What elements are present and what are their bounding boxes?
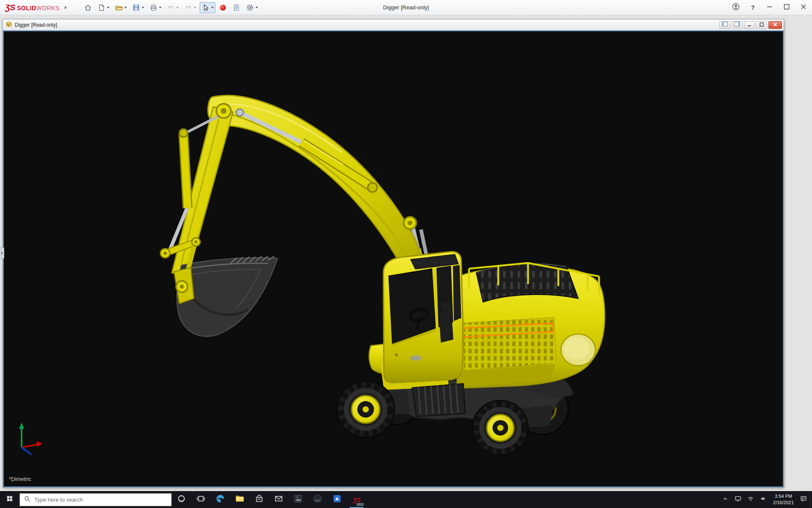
gear-icon: [246, 3, 254, 12]
clock-date: 2/16/2021: [773, 500, 794, 506]
wheel-rear[interactable]: [473, 400, 528, 455]
start-button[interactable]: [0, 491, 19, 508]
pane-left-icon: [721, 21, 728, 29]
body-deck[interactable]: [457, 263, 605, 388]
store-icon: [255, 494, 264, 505]
chevron-down-icon[interactable]: [124, 7, 127, 8]
pane-left-button[interactable]: [719, 21, 730, 29]
volume-tray-button[interactable]: [757, 491, 770, 508]
standard-toolbar: [81, 2, 261, 13]
maximize-icon: [759, 21, 764, 29]
search-icon: [24, 495, 31, 504]
document-titlebar[interactable]: Digger [Read-only]: [3, 19, 784, 30]
mail-icon: [274, 494, 283, 505]
minimize-icon: [766, 3, 774, 12]
featuremanager-flyout-tab[interactable]: [0, 247, 4, 259]
options-button[interactable]: [244, 2, 260, 13]
red-sphere-button[interactable]: [217, 2, 229, 13]
taskbar-app-mail[interactable]: [269, 491, 288, 508]
minimize-icon: [747, 21, 752, 29]
close-icon: [800, 3, 807, 12]
chevron-down-icon[interactable]: [176, 7, 179, 8]
taskbar-app-edge[interactable]: [211, 491, 230, 508]
chevron-down-icon[interactable]: [159, 7, 162, 8]
close-button[interactable]: [795, 0, 812, 15]
solidworks-app-icon: ƷS: [352, 497, 360, 503]
save-button[interactable]: [130, 2, 146, 13]
taskbar: ƷS 2021 3:54 PM 2/16/2021: [0, 491, 812, 508]
taskbar-app-store[interactable]: [250, 491, 269, 508]
show-desktop-button[interactable]: [810, 491, 812, 508]
select-cursor-icon: [201, 3, 210, 12]
step-box[interactable]: [412, 384, 465, 417]
display-tray-button[interactable]: [732, 491, 744, 508]
chevron-down-icon[interactable]: [142, 7, 144, 8]
photos-app-icon: [293, 494, 303, 505]
help-button[interactable]: ?: [744, 0, 761, 15]
cab[interactable]: [384, 251, 463, 383]
document-window: Digger [Read-only]: [3, 19, 784, 488]
chevron-down-icon[interactable]: [194, 7, 196, 8]
clock-time: 3:54 PM: [773, 493, 794, 500]
undo-icon: [167, 3, 175, 12]
minimize-button[interactable]: [761, 0, 778, 15]
brand-mark: ƷS: [5, 3, 15, 12]
flyout-arrow-icon: [1, 252, 3, 254]
dark-sphere-app-icon: [313, 494, 323, 505]
solidworks-logo: ƷS SOLID WORKS: [0, 3, 62, 12]
taskbar-clock[interactable]: 3:54 PM 2/16/2021: [770, 493, 797, 506]
open-button[interactable]: [113, 2, 129, 13]
doc-maximize-button[interactable]: [756, 21, 767, 29]
taskbar-app-photos[interactable]: [288, 491, 308, 508]
print-button[interactable]: [148, 2, 163, 13]
task-view-button[interactable]: [191, 491, 211, 508]
menu-expander-icon[interactable]: [65, 6, 67, 9]
part-document-icon: [5, 21, 12, 29]
account-button[interactable]: [727, 0, 744, 15]
network-icon: [747, 495, 754, 504]
blue-app-icon: [332, 494, 342, 505]
redo-icon: [184, 3, 192, 12]
wheel-front[interactable]: [337, 381, 395, 437]
digger-model[interactable]: [4, 31, 783, 486]
chevron-down-icon[interactable]: [211, 7, 214, 8]
taskbar-app-blue[interactable]: [327, 491, 347, 508]
action-center-icon: [800, 495, 807, 504]
new-document-button[interactable]: [96, 2, 111, 13]
taskbar-search[interactable]: [19, 493, 172, 506]
help-icon: ?: [751, 4, 755, 11]
redo-button[interactable]: [182, 2, 198, 13]
edge-browser-icon: [215, 494, 225, 505]
system-tray: 3:54 PM 2/16/2021: [719, 491, 812, 508]
taskbar-app-solidworks[interactable]: ƷS 2021: [347, 491, 366, 508]
home-button[interactable]: [82, 2, 94, 13]
design-binder-icon: [232, 3, 241, 12]
maximize-button[interactable]: [778, 0, 795, 15]
document-title: Digger [Read-only]: [15, 22, 57, 28]
chevron-down-icon[interactable]: [255, 7, 258, 8]
new-document-icon: [97, 3, 106, 12]
windows-logo-icon: [6, 495, 14, 504]
design-binder-button[interactable]: [230, 2, 242, 13]
taskbar-app-file-explorer[interactable]: [230, 491, 250, 508]
network-tray-button[interactable]: [744, 491, 757, 508]
undo-button[interactable]: [165, 2, 181, 13]
cortana-button[interactable]: [172, 491, 191, 508]
pane-right-button[interactable]: [732, 21, 743, 29]
home-icon: [84, 3, 92, 12]
pane-right-icon: [734, 21, 741, 29]
search-input[interactable]: [34, 497, 167, 503]
doc-close-button[interactable]: [768, 21, 782, 29]
select-tool-button[interactable]: [200, 2, 215, 13]
task-view-icon: [197, 494, 205, 505]
chevron-down-icon[interactable]: [107, 7, 110, 8]
account-icon: [732, 3, 740, 13]
taskbar-app-dark[interactable]: [308, 491, 327, 508]
hidden-icons-button[interactable]: [719, 491, 732, 508]
app-titlebar: ƷS SOLID WORKS: [0, 0, 812, 15]
graphics-viewport[interactable]: *Dimetric: [3, 30, 784, 487]
volume-icon: [760, 495, 767, 504]
maximize-icon: [783, 3, 790, 12]
doc-minimize-button[interactable]: [744, 21, 755, 29]
action-center-button[interactable]: [797, 491, 810, 508]
